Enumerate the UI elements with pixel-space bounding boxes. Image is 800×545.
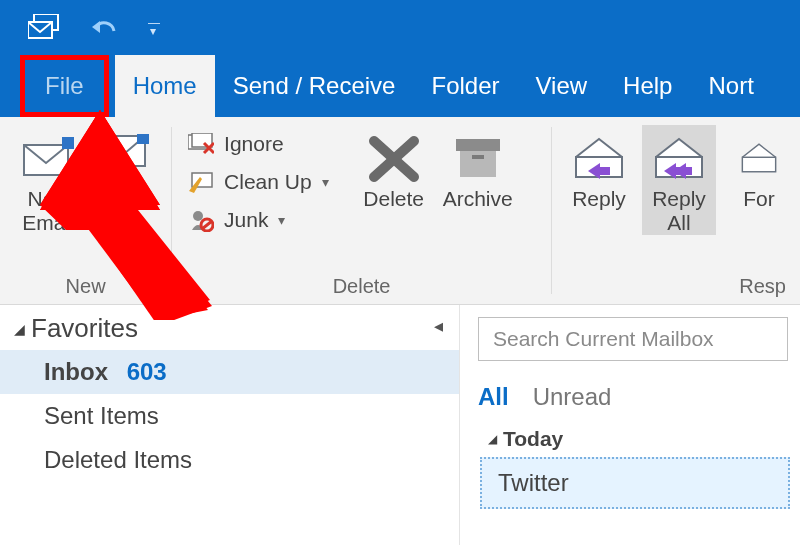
ribbon: New Email New — [0, 117, 800, 305]
svg-rect-18 — [460, 151, 496, 177]
mail-icon[interactable] — [28, 14, 62, 42]
new-items-icon — [92, 129, 154, 187]
svg-rect-25 — [742, 157, 775, 171]
search-input[interactable]: Search Current Mailbox — [478, 317, 788, 361]
qat-customize-icon[interactable]: — ▾ — [148, 20, 158, 34]
expand-triangle-icon: ◢ — [488, 432, 497, 446]
group-respond: Reply Reply All — [552, 117, 800, 304]
reply-button[interactable]: Reply — [562, 125, 636, 211]
filter-unread[interactable]: Unread — [533, 383, 612, 411]
message-item[interactable]: Twitter — [480, 457, 790, 509]
group-header-today[interactable]: ◢ Today — [478, 427, 800, 451]
inbox-unread-count: 603 — [127, 358, 167, 385]
filter-bar: All Unread — [478, 383, 800, 411]
group-new-label: New — [10, 273, 161, 302]
group-delete-label: Delete — [182, 273, 541, 302]
svg-rect-6 — [137, 134, 149, 144]
group-new: New Email New — [0, 117, 171, 304]
tab-norton[interactable]: Nort — [690, 55, 771, 117]
delete-button[interactable]: Delete — [357, 125, 431, 211]
archive-button[interactable]: Archive — [437, 125, 519, 211]
tab-help[interactable]: Help — [605, 55, 690, 117]
message-list-pane: Search Current Mailbox All Unread ◢ Toda… — [460, 305, 800, 545]
svg-point-12 — [193, 211, 203, 221]
quick-access-toolbar: — ▾ — [0, 0, 800, 55]
svg-rect-8 — [192, 133, 212, 147]
forward-icon — [728, 129, 790, 187]
svg-marker-2 — [92, 21, 100, 33]
forward-button[interactable]: For — [722, 125, 790, 211]
tab-file[interactable]: File — [20, 55, 109, 117]
favorites-header[interactable]: ◢ Favorites — [0, 305, 459, 350]
tab-view[interactable]: View — [518, 55, 606, 117]
new-email-button[interactable]: New Email — [12, 125, 86, 235]
chevron-down-icon: ▾ — [322, 174, 329, 190]
tab-folder[interactable]: Folder — [413, 55, 517, 117]
ignore-button[interactable]: Ignore — [182, 129, 333, 159]
archive-icon — [447, 129, 509, 187]
expand-triangle-icon: ◢ — [14, 321, 25, 337]
svg-rect-17 — [456, 139, 500, 151]
nav-deleted-items[interactable]: Deleted Items — [0, 438, 459, 482]
ribbon-tabstrip: File Home Send / Receive Folder View Hel… — [0, 55, 800, 117]
reply-all-icon — [648, 129, 710, 187]
new-email-label-1: New — [28, 187, 70, 211]
tab-send-receive[interactable]: Send / Receive — [215, 55, 414, 117]
tab-home[interactable]: Home — [115, 55, 215, 117]
new-items-button[interactable] — [86, 125, 160, 187]
lower-panes: ◂ ◢ Favorites Inbox 603 Sent Items Delet… — [0, 305, 800, 545]
cleanup-button[interactable]: Clean Up▾ — [182, 167, 333, 197]
new-email-label-2: Email — [22, 211, 75, 235]
junk-button[interactable]: Junk▾ — [182, 205, 333, 235]
ignore-icon — [186, 131, 216, 157]
group-respond-label: Resp — [562, 273, 790, 302]
svg-line-14 — [202, 221, 212, 229]
nav-inbox[interactable]: Inbox 603 — [0, 350, 459, 394]
new-email-icon — [18, 129, 80, 187]
reply-icon — [568, 129, 630, 187]
cleanup-icon — [186, 169, 216, 195]
nav-sent-items[interactable]: Sent Items — [0, 394, 459, 438]
chevron-down-icon: ▾ — [278, 212, 285, 228]
svg-rect-19 — [472, 155, 484, 159]
reply-all-button[interactable]: Reply All — [642, 125, 716, 235]
collapse-caret-icon[interactable]: ◂ — [434, 315, 443, 337]
junk-icon — [186, 207, 216, 233]
navigation-pane: ◂ ◢ Favorites Inbox 603 Sent Items Delet… — [0, 305, 460, 545]
svg-rect-4 — [62, 137, 74, 149]
delete-icon — [363, 129, 425, 187]
group-delete: Ignore Clean Up▾ — [172, 117, 551, 304]
undo-icon[interactable] — [90, 17, 120, 39]
filter-all[interactable]: All — [478, 383, 509, 411]
